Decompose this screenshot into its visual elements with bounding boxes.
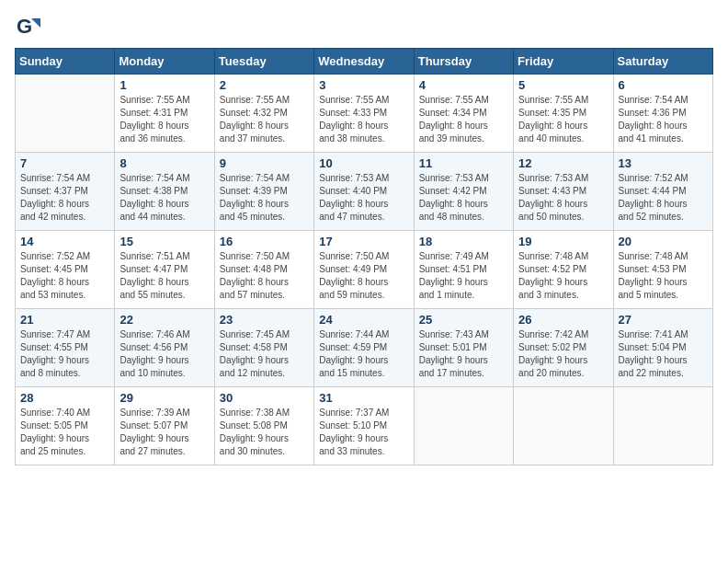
day-info: Sunrise: 7:39 AM Sunset: 5:07 PM Dayligh…: [119, 407, 209, 458]
calendar-cell: 14Sunrise: 7:52 AM Sunset: 4:45 PM Dayli…: [16, 231, 115, 309]
calendar-cell: 23Sunrise: 7:45 AM Sunset: 4:58 PM Dayli…: [214, 309, 313, 387]
calendar-cell: 27Sunrise: 7:41 AM Sunset: 5:04 PM Dayli…: [613, 309, 712, 387]
day-info: Sunrise: 7:55 AM Sunset: 4:32 PM Dayligh…: [220, 94, 309, 145]
day-number: 2: [220, 78, 309, 92]
calendar-table: SundayMondayTuesdayWednesdayThursdayFrid…: [15, 48, 713, 465]
day-number: 4: [419, 78, 508, 92]
calendar-cell: 19Sunrise: 7:48 AM Sunset: 4:52 PM Dayli…: [514, 231, 613, 309]
day-number: 17: [319, 235, 408, 248]
calendar-cell: 13Sunrise: 7:52 AM Sunset: 4:44 PM Dayli…: [613, 153, 712, 231]
day-info: Sunrise: 7:37 AM Sunset: 5:10 PM Dayligh…: [319, 407, 408, 458]
weekday-header: Sunday: [16, 49, 115, 75]
day-info: Sunrise: 7:44 AM Sunset: 4:59 PM Dayligh…: [319, 328, 408, 380]
calendar-cell: 3Sunrise: 7:55 AM Sunset: 4:33 PM Daylig…: [314, 75, 414, 153]
day-number: 13: [619, 156, 708, 170]
day-number: 1: [119, 78, 209, 92]
calendar-cell: 16Sunrise: 7:50 AM Sunset: 4:48 PM Dayli…: [214, 231, 313, 309]
calendar-cell: 6Sunrise: 7:54 AM Sunset: 4:36 PM Daylig…: [613, 75, 712, 153]
day-info: Sunrise: 7:42 AM Sunset: 5:02 PM Dayligh…: [518, 328, 608, 380]
day-info: Sunrise: 7:47 AM Sunset: 4:55 PM Dayligh…: [20, 328, 109, 380]
day-number: 16: [220, 235, 309, 248]
day-info: Sunrise: 7:54 AM Sunset: 4:38 PM Dayligh…: [119, 172, 209, 224]
day-number: 9: [220, 156, 309, 170]
day-number: 27: [619, 313, 708, 327]
day-number: 28: [20, 391, 109, 405]
calendar-cell: 30Sunrise: 7:38 AM Sunset: 5:08 PM Dayli…: [214, 387, 313, 465]
weekday-header: Monday: [115, 49, 214, 75]
calendar-cell: 1Sunrise: 7:55 AM Sunset: 4:31 PM Daylig…: [115, 75, 214, 153]
day-info: Sunrise: 7:43 AM Sunset: 5:01 PM Dayligh…: [419, 328, 508, 380]
day-info: Sunrise: 7:54 AM Sunset: 4:37 PM Dayligh…: [20, 172, 109, 224]
weekday-header: Thursday: [414, 49, 513, 75]
calendar-cell: 8Sunrise: 7:54 AM Sunset: 4:38 PM Daylig…: [115, 153, 214, 231]
day-number: 8: [119, 156, 209, 170]
calendar-cell: 26Sunrise: 7:42 AM Sunset: 5:02 PM Dayli…: [514, 309, 613, 387]
day-info: Sunrise: 7:49 AM Sunset: 4:51 PM Dayligh…: [419, 250, 508, 302]
day-number: 6: [619, 78, 708, 92]
day-info: Sunrise: 7:48 AM Sunset: 4:52 PM Dayligh…: [518, 250, 608, 302]
svg-text:G: G: [17, 15, 32, 38]
day-info: Sunrise: 7:55 AM Sunset: 4:33 PM Dayligh…: [319, 94, 408, 145]
calendar-cell: 2Sunrise: 7:55 AM Sunset: 4:32 PM Daylig…: [214, 75, 313, 153]
calendar-week-row: 1Sunrise: 7:55 AM Sunset: 4:31 PM Daylig…: [16, 75, 713, 153]
calendar-cell: 25Sunrise: 7:43 AM Sunset: 5:01 PM Dayli…: [414, 309, 513, 387]
calendar-cell: 9Sunrise: 7:54 AM Sunset: 4:39 PM Daylig…: [214, 153, 313, 231]
calendar-cell: 24Sunrise: 7:44 AM Sunset: 4:59 PM Dayli…: [314, 309, 414, 387]
logo: G: [15, 15, 44, 40]
day-info: Sunrise: 7:48 AM Sunset: 4:53 PM Dayligh…: [619, 250, 708, 302]
weekday-header: Wednesday: [314, 49, 414, 75]
day-number: 14: [20, 235, 109, 248]
day-info: Sunrise: 7:38 AM Sunset: 5:08 PM Dayligh…: [220, 407, 309, 458]
day-info: Sunrise: 7:52 AM Sunset: 4:45 PM Dayligh…: [20, 250, 109, 302]
calendar-cell: [16, 75, 115, 153]
calendar-cell: 20Sunrise: 7:48 AM Sunset: 4:53 PM Dayli…: [613, 231, 712, 309]
weekday-header: Saturday: [613, 49, 712, 75]
calendar-cell: 31Sunrise: 7:37 AM Sunset: 5:10 PM Dayli…: [314, 387, 414, 465]
day-number: 10: [319, 156, 408, 170]
day-info: Sunrise: 7:55 AM Sunset: 4:35 PM Dayligh…: [518, 94, 608, 145]
day-info: Sunrise: 7:52 AM Sunset: 4:44 PM Dayligh…: [619, 172, 708, 224]
calendar-cell: [613, 387, 712, 465]
page-header: G: [15, 15, 713, 40]
day-info: Sunrise: 7:40 AM Sunset: 5:05 PM Dayligh…: [20, 407, 109, 458]
calendar-cell: 18Sunrise: 7:49 AM Sunset: 4:51 PM Dayli…: [414, 231, 513, 309]
day-number: 7: [20, 156, 109, 170]
day-number: 18: [419, 235, 508, 248]
day-number: 20: [619, 235, 708, 248]
day-info: Sunrise: 7:53 AM Sunset: 4:40 PM Dayligh…: [319, 172, 408, 224]
day-info: Sunrise: 7:55 AM Sunset: 4:31 PM Dayligh…: [119, 94, 209, 145]
day-info: Sunrise: 7:45 AM Sunset: 4:58 PM Dayligh…: [220, 328, 309, 380]
day-info: Sunrise: 7:54 AM Sunset: 4:39 PM Dayligh…: [220, 172, 309, 224]
calendar-cell: 12Sunrise: 7:53 AM Sunset: 4:43 PM Dayli…: [514, 153, 613, 231]
calendar-cell: 7Sunrise: 7:54 AM Sunset: 4:37 PM Daylig…: [16, 153, 115, 231]
calendar-cell: 5Sunrise: 7:55 AM Sunset: 4:35 PM Daylig…: [514, 75, 613, 153]
day-number: 24: [319, 313, 408, 327]
day-number: 23: [220, 313, 309, 327]
day-info: Sunrise: 7:50 AM Sunset: 4:48 PM Dayligh…: [220, 250, 309, 302]
day-info: Sunrise: 7:41 AM Sunset: 5:04 PM Dayligh…: [619, 328, 708, 380]
calendar-week-row: 14Sunrise: 7:52 AM Sunset: 4:45 PM Dayli…: [16, 231, 713, 309]
day-info: Sunrise: 7:54 AM Sunset: 4:36 PM Dayligh…: [619, 94, 708, 145]
calendar-week-row: 7Sunrise: 7:54 AM Sunset: 4:37 PM Daylig…: [16, 153, 713, 231]
calendar-cell: 10Sunrise: 7:53 AM Sunset: 4:40 PM Dayli…: [314, 153, 414, 231]
calendar-week-row: 21Sunrise: 7:47 AM Sunset: 4:55 PM Dayli…: [16, 309, 713, 387]
day-number: 31: [319, 391, 408, 405]
calendar-cell: 17Sunrise: 7:50 AM Sunset: 4:49 PM Dayli…: [314, 231, 414, 309]
day-number: 5: [518, 78, 608, 92]
calendar-header: SundayMondayTuesdayWednesdayThursdayFrid…: [16, 49, 713, 75]
day-number: 12: [518, 156, 608, 170]
day-number: 3: [319, 78, 408, 92]
day-info: Sunrise: 7:53 AM Sunset: 4:42 PM Dayligh…: [419, 172, 508, 224]
day-number: 21: [20, 313, 109, 327]
calendar-cell: 4Sunrise: 7:55 AM Sunset: 4:34 PM Daylig…: [414, 75, 513, 153]
day-number: 25: [419, 313, 508, 327]
calendar-cell: 29Sunrise: 7:39 AM Sunset: 5:07 PM Dayli…: [115, 387, 214, 465]
day-info: Sunrise: 7:55 AM Sunset: 4:34 PM Dayligh…: [419, 94, 508, 145]
weekday-header: Friday: [514, 49, 613, 75]
day-number: 11: [419, 156, 508, 170]
day-number: 30: [220, 391, 309, 405]
day-info: Sunrise: 7:46 AM Sunset: 4:56 PM Dayligh…: [119, 328, 209, 380]
logo-icon: G: [15, 15, 40, 40]
calendar-cell: 21Sunrise: 7:47 AM Sunset: 4:55 PM Dayli…: [16, 309, 115, 387]
day-number: 19: [518, 235, 608, 248]
